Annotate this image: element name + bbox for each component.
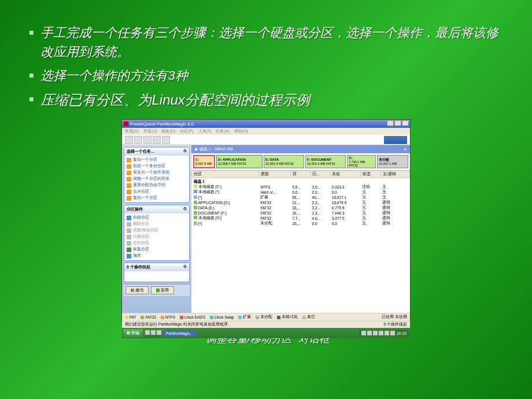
resize-icon: [127, 228, 131, 233]
op-recover[interactable]: 恢复分区: [127, 246, 187, 253]
task-label: 调整一个分区的容量: [133, 176, 169, 182]
partition-fs: FAT32: [285, 162, 294, 165]
quicklaunch-icon[interactable]: [151, 330, 156, 335]
wizard-icon: [127, 164, 131, 169]
close-button[interactable]: ×: [402, 120, 409, 126]
menu-disk[interactable]: 磁盘(D): [161, 128, 175, 134]
partition-f[interactable]: F: DOCUMENT 10,001.4 MB FAT32: [305, 155, 346, 168]
disk-label: 磁盘 1 - 58643 MB: [200, 146, 233, 152]
apply-button[interactable]: 应用: [151, 286, 174, 294]
toolbar-icon[interactable]: [134, 136, 142, 144]
disk-map: C: 5,067.5 MB D: APPLICATION 12,958.7 MB…: [191, 153, 410, 171]
collapse-icon[interactable]: ⊙: [183, 264, 187, 270]
tray-icon[interactable]: [367, 331, 372, 335]
start-icon: ⊞: [127, 331, 130, 335]
wizard-icon: [127, 171, 131, 175]
bullet-text-3: 压缩已有分区、为Linux分配空间的过程示例: [40, 90, 309, 110]
task-merge[interactable]: 合并分区: [127, 189, 187, 195]
disk-row[interactable]: 磁盘 1: [192, 178, 410, 185]
clock[interactable]: 16:10: [396, 331, 407, 335]
app-icon: [124, 121, 128, 126]
task-redistribute[interactable]: 重新分配自由空间: [127, 182, 187, 189]
task-copy-partition[interactable]: 复制一个分区: [127, 157, 187, 163]
collapse-icon[interactable]: ⊙: [183, 149, 187, 154]
menu-partition[interactable]: 分区(P): [180, 128, 193, 134]
table-header-cell[interactable]: 分区: [192, 171, 259, 178]
toolbar-icon[interactable]: [153, 136, 161, 144]
quicklaunch-icon[interactable]: [157, 330, 161, 335]
op-label: 恢复分区: [133, 247, 149, 252]
apply-icon: [156, 289, 160, 292]
delete-icon: [127, 222, 131, 227]
toolbar-icon[interactable]: [125, 136, 133, 144]
partition-c[interactable]: C: 5,067.5 MB: [193, 155, 215, 168]
maximize-button[interactable]: □: [394, 120, 401, 126]
partition-unallocated[interactable]: 未分配 10,017.1 MB: [377, 155, 408, 168]
wizard-icon: [127, 183, 131, 188]
partition-fs: FAT32: [237, 162, 246, 165]
partition-size: 10,017.1 MB: [379, 162, 407, 165]
bullet-text-2: 选择一个操作的方法有3种: [40, 66, 187, 85]
table-row[interactable]: (*)未分配10,...0.00.0无逻辑: [192, 221, 410, 226]
menu-help[interactable]: 帮助(H): [234, 128, 248, 134]
tray-icon[interactable]: [385, 331, 389, 335]
tasks-panel-title: 选择一个任务...: [127, 149, 154, 154]
quicklaunch-icon[interactable]: [145, 330, 150, 335]
legend-item: 未分配: [256, 315, 272, 320]
task-resize[interactable]: 调整一个分区的容量: [127, 176, 187, 182]
table-row[interactable]: 本地磁盘 (C:)NTFS5,0...3,0...2,023.2活动主: [192, 184, 410, 190]
menu-tasks[interactable]: 任务(A): [216, 128, 229, 134]
partition-name: D: APPLICATION: [218, 158, 261, 162]
ops-panel: 分区操作⊙ 创建分区 删除分区 调整/移动分区 转换分区 分割分区 恢复分区 属…: [124, 205, 190, 261]
table-header-cell[interactable]: 主/逻辑: [380, 171, 409, 178]
start-button[interactable]: ⊞ 开始: [123, 329, 143, 337]
undo-button[interactable]: 撤消: [125, 286, 149, 294]
toolbar-icon[interactable]: [162, 136, 170, 144]
legend-bar: FATFAT32NTFSLinux Ext2/3Linux Swap扩展未分配未…: [122, 313, 410, 321]
partition-g[interactable]: G: 7,750.1 MB FAT32: [347, 155, 376, 168]
task-create-backup[interactable]: 创建一个备份分区: [127, 163, 187, 169]
tray-icon[interactable]: [390, 331, 395, 335]
partition-size: 12,958.7 MB: [218, 162, 236, 165]
disk-icon: ◉: [194, 147, 198, 152]
table-header-cell[interactable]: 状态: [360, 171, 380, 178]
legend-item: Linux Swap: [210, 315, 234, 320]
op-create[interactable]: 创建分区: [127, 215, 187, 221]
table-row[interactable]: 本地磁盘 (*)Hard or...0.0...2,0...0.0无主: [192, 190, 410, 195]
toolbar: [122, 135, 410, 145]
titlebar[interactable]: PowerQuest PartitionMagic 8.0 _ □ ×: [122, 120, 410, 128]
dropdown-icon[interactable]: ▼: [403, 147, 407, 152]
table-row[interactable]: DOCUMENT (F:)FAT3210,...2,3...7,646.3无逻辑: [192, 210, 410, 216]
tray-icon[interactable]: [361, 331, 366, 335]
legend-right: 已使用 未使用: [382, 315, 407, 320]
menubar: 常规(G) 查看(V) 磁盘(D) 分区(P) 工具(T) 任务(A) 帮助(H…: [122, 128, 410, 135]
tray-icon[interactable]: [379, 331, 383, 335]
op-label: 属性: [133, 253, 141, 258]
task-copy[interactable]: 复制一个分区: [127, 195, 187, 201]
collapse-icon[interactable]: ⊙: [183, 206, 187, 212]
menu-tools[interactable]: 工具(T): [198, 128, 212, 134]
table-header-cell[interactable]: 已...: [311, 171, 330, 178]
table-row[interactable]: 本地磁盘 (G:)FAT327,7...4,6...3,077.5无逻辑: [192, 216, 410, 221]
op-delete: 删除分区: [127, 221, 187, 227]
wizard-icon: [127, 158, 131, 162]
menu-general[interactable]: 常规(G): [125, 128, 139, 134]
main-area: ◉ 磁盘 1 - 58643 MB ▼ C: 5,067.5 MB D: APP…: [191, 145, 410, 313]
partition-d[interactable]: D: APPLICATION 12,958.7 MB FAT32: [216, 155, 263, 168]
disk-selector[interactable]: ◉ 磁盘 1 - 58643 MB ▼: [191, 145, 410, 153]
task-install-os[interactable]: 安装另一个操作系统: [127, 169, 187, 176]
menu-view[interactable]: 查看(V): [143, 128, 157, 134]
tray-icon[interactable]: [373, 331, 378, 335]
minimize-button[interactable]: _: [387, 120, 394, 126]
partition-e[interactable]: E: DATA 10,001.4 MB FAT32: [264, 155, 304, 168]
table-row[interactable]: (*)扩展50,...40,...10,017.1无主: [192, 195, 410, 200]
op-label: 调整/移动分区: [133, 228, 158, 233]
taskbar-app[interactable]: PartitionMagic...: [162, 330, 197, 337]
table-header-cell[interactable]: 类型: [258, 171, 290, 178]
table-header-cell[interactable]: 容: [290, 171, 310, 178]
toolbar-icon[interactable]: [143, 136, 152, 144]
table-row[interactable]: DATA (E:)FAT3210,...3,2...6,775.9无逻辑: [192, 205, 410, 210]
table-header-cell[interactable]: 未使: [330, 171, 360, 178]
table-row[interactable]: APPLICATION (D:)FAT3212,...2,2...10,679.…: [192, 200, 410, 205]
op-properties[interactable]: 属性: [127, 253, 187, 259]
